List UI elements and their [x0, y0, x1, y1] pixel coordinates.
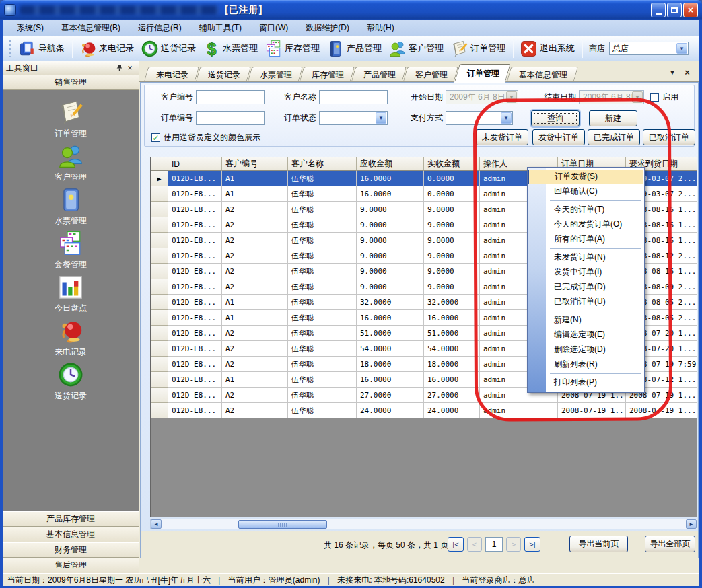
order-status-combo[interactable]: ▼	[319, 111, 388, 125]
page-number-input[interactable]	[485, 537, 503, 552]
tab-list-dropdown-icon[interactable]: ▼	[667, 67, 678, 77]
toolbar-button[interactable]: $水票管理	[200, 38, 262, 59]
toolbar-button[interactable]: 退出系统	[517, 38, 579, 59]
toolbar-button[interactable]: 产品管理	[324, 38, 386, 59]
context-menu-item[interactable]: 今天的发货订单(O)	[528, 217, 643, 232]
table-row[interactable]: 012D-E8...A2伍华聪24.000024.0000admin2008-0…	[151, 403, 697, 418]
unshipped-orders-button[interactable]: 未发货订单	[476, 129, 528, 145]
tab-1[interactable]: 来电记录	[146, 67, 197, 81]
sidebar-item[interactable]: 套餐管理	[3, 229, 139, 273]
row-selector-cell[interactable]	[151, 279, 168, 295]
close-button[interactable]: ×	[683, 3, 698, 17]
shipping-orders-button[interactable]: 发货中订单	[532, 129, 585, 145]
menubar-item[interactable]: 辅助工具(T)	[190, 20, 250, 36]
toolbar-button[interactable]: 送货记录	[138, 38, 200, 59]
context-menu-item[interactable]: 刷新列表(R)	[528, 357, 643, 372]
grid-column-header[interactable]: ID	[168, 157, 222, 171]
context-menu-item[interactable]: 所有的订单(A)	[528, 232, 643, 247]
menubar-item[interactable]: 基本信息管理(B)	[52, 20, 129, 36]
minimize-button[interactable]	[651, 3, 666, 17]
row-selector-cell[interactable]	[151, 310, 168, 326]
row-selector-cell[interactable]	[151, 264, 168, 279]
toolbar-button[interactable]: 客户管理	[386, 38, 448, 59]
scroll-left-icon[interactable]: ◄	[151, 519, 162, 529]
color-checkbox[interactable]: ✓	[151, 133, 160, 142]
menubar-item[interactable]: 运行信息(R)	[129, 20, 190, 36]
sidebar-item[interactable]: 今日盘点	[3, 273, 139, 317]
new-button[interactable]: 新建	[589, 110, 637, 126]
order-no-input[interactable]	[196, 111, 265, 125]
prev-page-button[interactable]: <	[467, 537, 482, 552]
context-menu-item[interactable]: 今天的订单(T)	[528, 203, 643, 217]
start-date-picker[interactable]: 2009年 6月 8日▼	[446, 90, 518, 104]
end-date-picker[interactable]: 2009年 6月 8日▼	[579, 90, 644, 104]
tab-5[interactable]: 产品管理	[353, 67, 405, 81]
sidebar-group-sales[interactable]: 销售管理	[3, 75, 139, 90]
sidebar-group-bar[interactable]: 财务管理	[3, 542, 139, 558]
context-menu-item[interactable]: 发货中订单(I)	[528, 265, 643, 280]
menubar-item[interactable]: 系统(S)	[8, 20, 52, 36]
sidebar-item[interactable]: 水票管理	[3, 186, 139, 229]
row-selector-cell[interactable]	[151, 248, 168, 264]
sidebar-group-bar[interactable]: 售后管理	[3, 558, 139, 573]
first-page-button[interactable]: |<	[448, 537, 464, 552]
tab-4[interactable]: 库存管理	[302, 67, 353, 81]
toolbar-button[interactable]: 库存管理	[262, 38, 324, 59]
toolbar-button[interactable]: 来电记录	[76, 38, 138, 59]
customer-name-input[interactable]	[319, 90, 388, 104]
tab-7[interactable]: 订单管理	[457, 64, 508, 81]
grid-column-header[interactable]: 客户名称	[288, 157, 357, 171]
completed-orders-button[interactable]: 已完成订单	[588, 129, 640, 145]
context-menu-item[interactable]: 回单确认(C)	[528, 184, 643, 199]
tab-close-icon[interactable]: ×	[682, 67, 693, 77]
export-all-pages-button[interactable]: 导出全部页	[645, 536, 695, 552]
row-selector-cell[interactable]	[151, 295, 168, 310]
sidebar-item[interactable]: 送货记录	[3, 361, 139, 404]
tab-6[interactable]: 客户管理	[405, 67, 456, 81]
context-menu-item[interactable]: 订单发货(S)	[528, 170, 643, 184]
row-selector-cell[interactable]	[151, 403, 168, 418]
maximize-button[interactable]	[667, 3, 682, 17]
row-selector-cell[interactable]	[151, 341, 168, 357]
sidebar-group-bar[interactable]: 产品库存管理	[3, 511, 139, 527]
row-selector-cell[interactable]	[151, 202, 168, 217]
tab-2[interactable]: 送货记录	[198, 67, 249, 81]
menubar-item[interactable]: 数据维护(D)	[297, 20, 358, 36]
sidebar-item[interactable]: 来电记录	[3, 317, 139, 361]
close-icon[interactable]: ×	[125, 63, 135, 73]
grid-column-header[interactable]: 客户编号	[222, 157, 288, 171]
menubar-item[interactable]: 帮助(H)	[358, 20, 403, 36]
row-selector-cell[interactable]	[151, 217, 168, 233]
context-menu-item[interactable]: 删除选定项(D)	[528, 342, 643, 357]
toolbar-button[interactable]: 导航条	[15, 38, 69, 59]
enable-checkbox[interactable]	[650, 93, 659, 102]
row-selector-cell[interactable]	[151, 186, 168, 202]
row-selector-cell[interactable]	[151, 326, 168, 341]
context-menu-item[interactable]: 编辑选定项(E)	[528, 328, 643, 342]
toolbar-button[interactable]: 订单管理	[448, 38, 510, 59]
query-button[interactable]: 查询	[531, 110, 580, 126]
sidebar-group-bar[interactable]: 基本信息管理	[3, 527, 139, 542]
cancelled-orders-button[interactable]: 已取消订单	[643, 129, 695, 145]
row-selector-cell[interactable]	[151, 388, 168, 403]
menubar-item[interactable]: 窗口(W)	[250, 20, 297, 36]
next-page-button[interactable]: >	[506, 537, 521, 552]
row-selector-cell[interactable]	[151, 372, 168, 388]
customer-no-input[interactable]	[196, 90, 265, 104]
shop-combo[interactable]: 总店▼	[609, 42, 689, 55]
context-menu-item[interactable]: 已完成订单(D)	[528, 280, 643, 295]
tab-3[interactable]: 水票管理	[250, 67, 301, 81]
scroll-right-icon[interactable]: ►	[686, 519, 697, 529]
last-page-button[interactable]: >|	[524, 537, 540, 552]
sidebar-item[interactable]: 客户管理	[3, 142, 139, 186]
grid-column-header[interactable]: 应收金额	[357, 157, 424, 171]
pin-icon[interactable]	[114, 63, 125, 73]
grid-column-header[interactable]: 实收金额	[424, 157, 480, 171]
context-menu-item[interactable]: 打印列表(P)	[528, 375, 643, 390]
context-menu-item[interactable]: 新建(N)	[528, 313, 643, 328]
row-selector-cell[interactable]: ▶	[151, 171, 168, 186]
context-menu-item[interactable]: 已取消订单(U)	[528, 295, 643, 309]
context-menu-item[interactable]: 未发货订单(N)	[528, 250, 643, 265]
pay-method-combo[interactable]: ▼	[446, 111, 513, 125]
sidebar-item[interactable]: 订单管理	[3, 98, 139, 142]
